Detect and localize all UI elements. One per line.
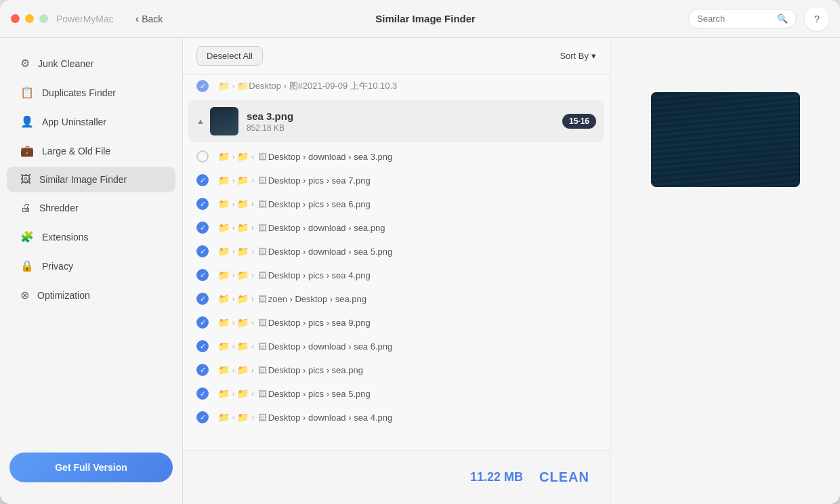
group-info: sea 3.png 852.18 KB <box>247 110 562 133</box>
clean-button[interactable]: CLEAN <box>539 469 589 485</box>
titlebar: PowerMyMac ‹ Back Similar Image Finder 🔍… <box>0 0 840 38</box>
png-icon: 🖼 <box>258 294 267 304</box>
partial-path: Desktop › 图#2021-09-09 上午10.10.3 <box>249 80 397 92</box>
png-icon: 🖼 <box>258 175 267 186</box>
checkbox-1[interactable] <box>196 174 209 186</box>
table-row: 📁 › 📁 › 🖼 Desktop › download › sea 3.png <box>188 145 604 168</box>
lock-icon: 🔒 <box>20 259 34 272</box>
table-row: 📁 › 📁 › 🖼 Desktop › download › sea 4.png <box>188 406 604 429</box>
partial-file-item: 📁 › 📁 Desktop › 图#2021-09-09 上午10.10.3 <box>188 75 604 98</box>
app-window: PowerMyMac ‹ Back Similar Image Finder 🔍… <box>0 0 840 504</box>
gear-icon: ⚙ <box>20 57 30 70</box>
png-icon: 🖼 <box>258 341 267 352</box>
png-icon: 🖼 <box>258 247 267 257</box>
table-row: 📁 › 📁 › 🖼 Desktop › pics › sea 4.png <box>188 264 604 287</box>
preview-panel <box>610 38 840 504</box>
minimize-button[interactable] <box>25 14 34 23</box>
optimization-icon: ⊗ <box>20 289 29 301</box>
checkbox-10[interactable] <box>196 387 209 400</box>
back-button[interactable]: ‹ Back <box>135 13 163 25</box>
png-icon: 🖼 <box>258 152 267 162</box>
sidebar-item-app-uninstaller[interactable]: 👤 App Uninstaller <box>7 108 175 135</box>
fullscreen-button[interactable] <box>39 14 48 23</box>
deselect-all-button[interactable]: Deselect All <box>196 46 263 66</box>
chevron-down-icon: ▾ <box>591 51 596 61</box>
table-row: 📁 › 📁 › 🖼 Desktop › download › sea 5.png <box>188 240 604 263</box>
png-icon: 🖼 <box>258 318 267 328</box>
user-icon: 👤 <box>20 115 34 128</box>
get-full-version-button[interactable]: Get Full Version <box>9 453 173 482</box>
group-thumbnail <box>210 107 238 135</box>
window-title: Similar Image Finder <box>163 13 688 24</box>
checkbox-partial[interactable] <box>196 80 209 92</box>
checkbox-11[interactable] <box>196 411 209 423</box>
sidebar-item-large-old-file[interactable]: 💼 Large & Old File <box>7 138 175 164</box>
checkbox-7[interactable] <box>196 316 209 329</box>
sidebar: ⚙ Junk Cleaner 📋 Duplicates Finder 👤 App… <box>0 38 183 504</box>
table-row: 📁 › 📁 › 🖼 Desktop › download › sea 6.png <box>188 335 604 358</box>
table-row: 📁 › 📁 › 🖼 Desktop › pics › sea 9.png <box>188 311 604 334</box>
checkbox-0[interactable] <box>196 150 209 163</box>
group-badge: 15·16 <box>562 114 596 129</box>
sidebar-item-privacy[interactable]: 🔒 Privacy <box>7 253 175 279</box>
sidebar-item-optimization[interactable]: ⊗ Optimization <box>7 282 175 308</box>
png-icon: 🖼 <box>258 199 267 209</box>
group-header[interactable]: ▲ sea 3.png 852.18 KB 15·16 <box>188 100 604 142</box>
image-icon: 🖼 <box>20 173 31 186</box>
search-icon: 🔍 <box>777 14 788 24</box>
checkbox-2[interactable] <box>196 198 209 210</box>
group-size: 852.18 KB <box>247 123 562 133</box>
sidebar-item-duplicates-finder[interactable]: 📋 Duplicates Finder <box>7 79 175 106</box>
bottom-bar: 11.22 MB CLEAN <box>183 450 610 504</box>
checkbox-5[interactable] <box>196 269 209 281</box>
collapse-arrow-icon: ▲ <box>196 117 205 126</box>
total-size: 11.22 MB <box>470 470 523 484</box>
png-icon: 🖼 <box>258 365 267 375</box>
table-row: 📁 › 📁 › 🖼 Desktop › pics › sea 7.png <box>188 169 604 192</box>
sidebar-item-shredder[interactable]: 🖨 Shredder <box>7 195 175 221</box>
table-row: 📁 › 📁 › 🖼 Desktop › pics › sea 6.png <box>188 192 604 215</box>
checkbox-4[interactable] <box>196 245 209 257</box>
traffic-lights <box>11 14 48 23</box>
group-name: sea 3.png <box>247 110 562 122</box>
png-icon: 🖼 <box>258 413 267 423</box>
help-button[interactable]: ? <box>805 7 829 31</box>
table-row: 📁 › 📁 › 🖼 Desktop › download › sea.png <box>188 216 604 239</box>
app-name: PowerMyMac <box>56 14 114 24</box>
file-list-area: Deselect All Sort By ▾ 📁 › 📁 Desktop › 图… <box>183 38 610 504</box>
search-input[interactable] <box>697 14 773 24</box>
png-icon: 🖼 <box>258 223 267 233</box>
table-row: 📁 › 📁 › 🖼 Desktop › pics › sea 5.png <box>188 382 604 405</box>
extensions-icon: 🧩 <box>20 230 34 243</box>
sidebar-item-junk-cleaner[interactable]: ⚙ Junk Cleaner <box>7 50 175 77</box>
png-icon: 🖼 <box>258 389 267 399</box>
main-content: ⚙ Junk Cleaner 📋 Duplicates Finder 👤 App… <box>0 38 840 504</box>
table-row: 📁 › 📁 › 🖼 Desktop › pics › sea.png <box>188 358 604 381</box>
duplicate-icon: 📋 <box>20 86 34 99</box>
checkbox-9[interactable] <box>196 364 209 376</box>
png-icon: 🖼 <box>258 270 267 280</box>
checkbox-6[interactable] <box>196 293 209 305</box>
shredder-icon: 🖨 <box>20 202 31 214</box>
checkbox-3[interactable] <box>196 222 209 234</box>
sort-by-button[interactable]: Sort By ▾ <box>560 51 596 61</box>
chevron-left-icon: ‹ <box>135 13 139 25</box>
sidebar-item-similar-image-finder[interactable]: 🖼 Similar Image Finder <box>7 167 175 192</box>
search-box[interactable]: 🔍 <box>688 9 797 28</box>
preview-image <box>651 92 800 187</box>
table-row: 📁 › 📁 › 🖼 zoen › Desktop › sea.png <box>188 287 604 310</box>
sidebar-item-extensions[interactable]: 🧩 Extensions <box>7 224 175 250</box>
close-button[interactable] <box>11 14 20 23</box>
file-icon: 💼 <box>20 144 34 157</box>
file-list: 📁 › 📁 Desktop › 图#2021-09-09 上午10.10.3 ▲… <box>183 75 610 450</box>
content-toolbar: Deselect All Sort By ▾ <box>183 38 610 75</box>
checkbox-8[interactable] <box>196 340 209 352</box>
